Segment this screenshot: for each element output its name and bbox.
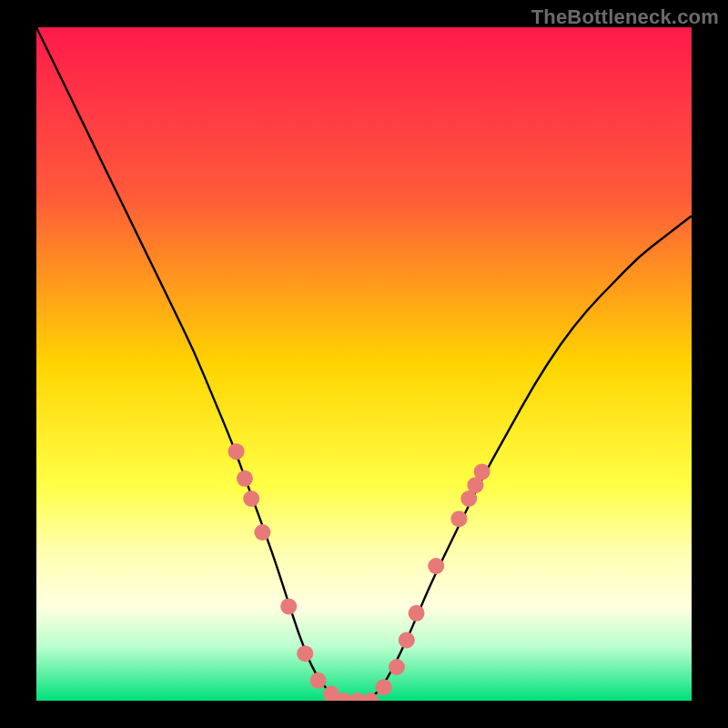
highlight-dot xyxy=(389,659,405,675)
highlight-dot xyxy=(399,632,415,648)
plot-area xyxy=(36,27,692,701)
highlight-dot xyxy=(376,679,392,695)
highlight-dot xyxy=(297,645,313,662)
gradient-background xyxy=(36,27,692,701)
highlight-dot xyxy=(237,470,253,487)
highlight-dot xyxy=(474,463,490,480)
chart-frame: TheBottleneck.com xyxy=(0,0,728,728)
highlight-dot xyxy=(254,524,270,541)
highlight-dot xyxy=(450,511,467,527)
highlight-dot xyxy=(243,490,259,507)
highlight-dot xyxy=(428,558,444,574)
highlight-dot xyxy=(280,598,297,614)
highlight-dot xyxy=(228,443,245,460)
watermark-text: TheBottleneck.com xyxy=(531,5,719,29)
highlight-dot xyxy=(310,672,327,689)
highlight-dot xyxy=(409,605,425,622)
bottleneck-chart xyxy=(36,27,692,701)
